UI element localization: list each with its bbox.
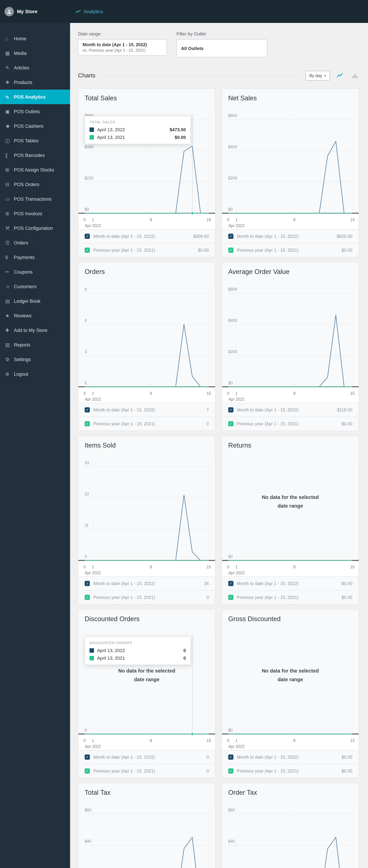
legend-checkbox[interactable]: ✓ [85,421,90,426]
svg-text:$600: $600 [228,287,237,291]
svg-text:$60: $60 [228,808,235,812]
sidebar-item-pos-transactions[interactable]: ▭POS Transactions [0,192,70,206]
x-axis-labels: 01Apr 2022815 [222,215,359,229]
sidebar-item-settings[interactable]: ⚙Settings [0,352,70,367]
chart-title: Items Sold [78,436,215,451]
svg-text:0: 0 [85,554,87,559]
legend-toggle-current-period[interactable]: ✓Month to date (Apr 1 - 15, 2022)$0.00 [222,576,359,590]
sidebar-item-pos-tables[interactable]: ◫POS Tables [0,133,70,148]
sidebar-item-coupons[interactable]: ✂Coupons [0,265,70,279]
chart-title: Gross Discounted [222,610,359,624]
sidebar-item-logout[interactable]: ⊗Logout [0,367,70,381]
sidebar: ⌂Home▦Media✎Articles❖Products∿POS Analyt… [0,23,70,868]
legend-toggle-current-period[interactable]: ✓Month to date (Apr 1 - 15, 2022)$826.00 [222,229,359,243]
no-data-message: No data for the selecteddate range [222,493,359,510]
sidebar-item-ledger-book[interactable]: ▤Ledger Book [0,294,70,308]
legend-toggle-previous-period[interactable]: ✓Previous year (Apr 1 - 15, 2021)$0.00 [222,243,359,257]
chart-plot-area[interactable]: $60$40$20$0 [78,798,215,868]
legend-toggle-previous-period[interactable]: ✓Previous year (Apr 1 - 15, 2021)$0.00 [222,416,359,431]
legend-toggle-current-period[interactable]: ✓Month to date (Apr 1 - 15, 2022)$908.60 [78,229,215,243]
reports-icon: ▥ [5,342,14,347]
legend-toggle-current-period[interactable]: ✓Month to date (Apr 1 - 15, 2022)26 [78,576,215,590]
sidebar-item-articles[interactable]: ✎Articles [0,60,70,75]
sidebar-item-pos-invoices[interactable]: ≣POS Invoices [0,206,70,221]
line-chart-view-button[interactable] [335,70,345,81]
tooltip-value: 0 [183,655,186,661]
legend-toggle-previous-period[interactable]: ✓Previous year (Apr 1 - 15, 2021)0 [78,416,215,431]
x-tick-label: 1Apr 2022 [85,564,101,576]
legend-toggle-previous-period[interactable]: ✓Previous year (Apr 1 - 15, 2021)$0.00 [222,590,359,604]
legend-checkbox[interactable]: ✓ [85,754,90,760]
legend-checkbox[interactable]: ✓ [228,248,233,253]
legend-toggle-current-period[interactable]: ✓Month to date (Apr 1 - 15, 2022)7 [78,403,215,416]
app: My Store Analytics ⌂Home▦Media✎Articles❖… [0,0,368,868]
legend-checkbox[interactable]: ✓ [85,234,90,239]
chart-plot-area[interactable]: $600$400$200$0 [222,277,359,388]
pos-analytics-icon: ∿ [5,94,14,100]
chart-card-gross-discounted: Gross Discounted$0No data for the select… [222,609,359,778]
svg-text:0: 0 [85,381,87,385]
legend-toggle-previous-period[interactable]: ✓Previous year (Apr 1 - 15, 2021)0 [78,764,215,778]
sidebar-item-pos-cashiers[interactable]: ☻POS Cashiers [0,119,70,133]
chart-card-average-order-value: Average Order Value$600$400$200$001Apr 2… [222,262,359,431]
sidebar-item-products[interactable]: ❖Products [0,75,70,90]
tooltip-value: $0.00 [175,135,186,140]
sidebar-item-payments[interactable]: $Payments [0,250,70,265]
svg-text:3: 3 [85,349,87,354]
chart-plot-area[interactable]: $600$400$200$0 [222,103,359,215]
chart-plot-area[interactable]: $60$40$20$0 [222,798,359,868]
sidebar-item-pos-barcodes[interactable]: ∥POS Barcodes [0,148,70,162]
sidebar-item-home[interactable]: ⌂Home [0,31,70,46]
chart-plot-area[interactable]: 3322110 [78,451,215,562]
chart-plot-area[interactable]: 0No data for the selecteddate rangeDISCO… [78,624,215,735]
series-swatch [90,135,94,140]
sidebar-item-media[interactable]: ▦Media [0,46,70,60]
outlet-select[interactable]: All Outlets [176,39,267,57]
legend-toggle-previous-period[interactable]: ✓Previous year (Apr 1 - 15, 2021)0 [78,590,215,604]
legend-checkbox[interactable]: ✓ [85,248,90,253]
chart-plot-area[interactable]: $0No data for the selecteddate range [222,624,359,735]
date-range-select[interactable]: Month to date (Apr 1 - 15, 2022) vs. Pre… [78,39,167,56]
sidebar-item-customers[interactable]: ☺Customers [0,279,70,294]
legend-checkbox[interactable]: ✓ [228,768,233,774]
sidebar-item-label: POS Analytics [14,94,46,99]
sidebar-item-pos-configuration[interactable]: ⚒POS Configuration [0,221,70,236]
sidebar-item-reports[interactable]: ▥Reports [0,338,70,352]
legend-value: 0 [206,595,209,600]
legend-checkbox[interactable]: ✓ [228,754,233,760]
store-brand[interactable]: My Store [0,7,70,16]
legend-toggle-previous-period[interactable]: ✓Previous year (Apr 1 - 15, 2021)$0.00 [78,243,215,257]
sidebar-item-label: POS Invoices [14,211,42,216]
legend-checkbox[interactable]: ✓ [85,768,90,774]
sidebar-item-pos-orders[interactable]: ⊟POS Orders [0,177,70,192]
sidebar-item-add-to-my-store[interactable]: ✚Add to My Store [0,323,70,338]
legend-toggle-current-period[interactable]: ✓Month to date (Apr 1 - 15, 2022)0 [78,750,215,764]
legend-checkbox[interactable]: ✓ [85,595,90,600]
legend-checkbox[interactable]: ✓ [228,407,233,412]
topnav-analytics[interactable]: Analytics [70,0,108,23]
sidebar-item-pos-assign-stocks[interactable]: ⊞POS Assign Stocks [0,162,70,177]
legend-toggle-current-period[interactable]: ✓Month to date (Apr 1 - 15, 2022)$118.00 [222,403,359,416]
legend-toggle-current-period[interactable]: ✓Month to date (Apr 1 - 15, 2022)$0.00 [222,750,359,764]
chart-plot-area[interactable]: $660$440$220$0TOTAL SALESApril 13, 2022$… [78,103,215,215]
legend-checkbox[interactable]: ✓ [85,581,90,586]
chart-card-items-sold: Items Sold332211001Apr 2022815✓Month to … [78,436,215,604]
svg-text:$440: $440 [85,145,94,149]
legend-checkbox[interactable]: ✓ [228,234,233,239]
sidebar-item-pos-outlets[interactable]: ▣POS Outlets [0,104,70,119]
legend-checkbox[interactable]: ✓ [228,421,233,426]
bar-chart-view-button[interactable] [350,70,360,81]
legend-checkbox[interactable]: ✓ [228,595,233,600]
legend-checkbox[interactable]: ✓ [228,581,233,586]
chart-plot-area[interactable]: 9630 [78,277,215,388]
legend-toggle-previous-period[interactable]: ✓Previous year (Apr 1 - 15, 2021)$0.00 [222,764,359,778]
sidebar-item-reviews[interactable]: ★Reviews [0,308,70,323]
legend-value: $0.00 [198,248,209,253]
legend-checkbox[interactable]: ✓ [85,407,90,412]
interval-select[interactable]: By day ▾ [306,71,330,81]
chart-plot-area[interactable]: $0No data for the selecteddate range [222,451,359,562]
sidebar-item-pos-analytics[interactable]: ∿POS Analytics [0,90,70,104]
sidebar-item-orders[interactable]: ☰Orders [0,236,70,250]
date-range-value: Month to date (Apr 1 - 15, 2022) [82,42,162,47]
store-name: My Store [17,9,37,14]
